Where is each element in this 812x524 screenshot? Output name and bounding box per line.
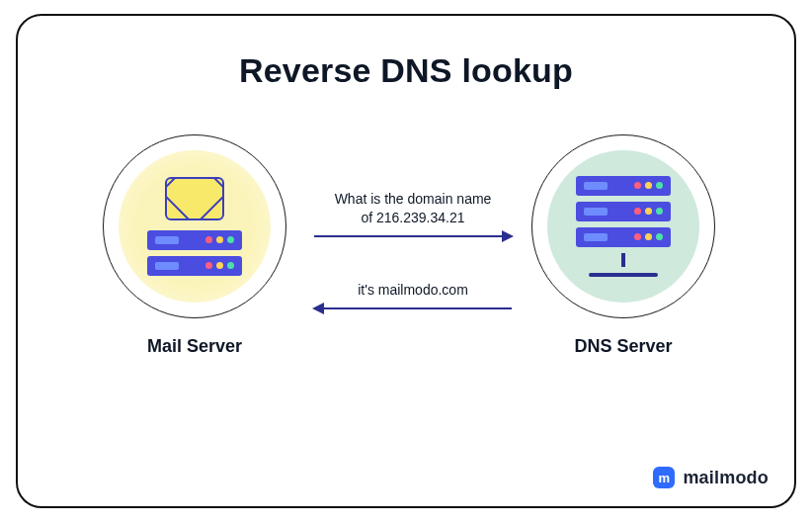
mail-server-circle [103,134,286,318]
brand-mark-icon: m [653,467,675,488]
response-arrow: it's mailmodo.com [314,281,512,309]
server-rack-icon [576,176,671,277]
request-label: What is the domain name of 216.239.34.21 [314,190,512,227]
diagram-card: Reverse DNS lookup Mail Server [16,14,796,508]
response-label: it's mailmodo.com [314,281,512,300]
request-label-line2: of 216.239.34.21 [361,210,464,225]
brand-logo: m mailmodo [653,467,769,488]
request-label-line1: What is the domain name [335,191,492,207]
arrow-left-icon [314,307,512,309]
dns-server-halo [547,150,699,303]
server-rack-icon [147,230,242,276]
envelope-icon [165,177,224,220]
mail-server-label: Mail Server [103,336,286,357]
arrow-right-icon [314,235,512,237]
mail-server-node: Mail Server [103,134,286,357]
brand-name: mailmodo [683,468,769,488]
request-arrow: What is the domain name of 216.239.34.21 [314,190,512,237]
mail-server-halo [119,150,271,303]
dns-server-label: DNS Server [531,336,715,357]
diagram-title: Reverse DNS lookup [18,51,794,90]
dns-server-circle [531,134,715,318]
dns-server-node: DNS Server [531,134,715,357]
